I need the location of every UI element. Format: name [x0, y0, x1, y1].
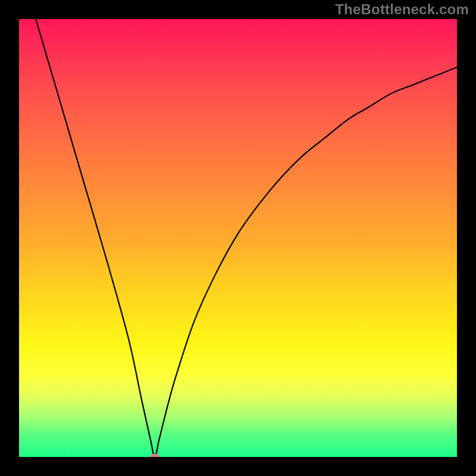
min-marker [150, 454, 159, 457]
chart-frame: TheBottleneck.com [0, 0, 476, 476]
plot-area [19, 19, 457, 457]
bottleneck-curve-path [19, 19, 457, 457]
curve-svg [19, 19, 457, 457]
watermark-text: TheBottleneck.com [335, 1, 469, 18]
